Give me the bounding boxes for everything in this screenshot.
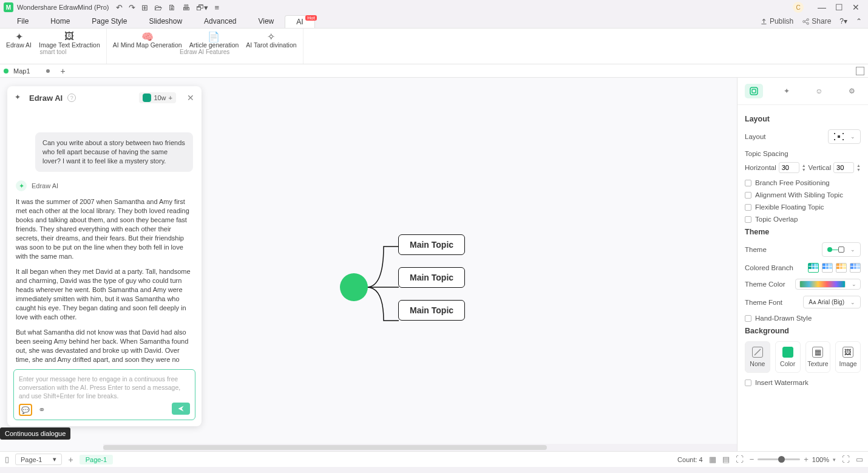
more-button[interactable]: ≡ <box>214 3 219 12</box>
user-avatar[interactable]: C <box>793 2 804 13</box>
article-gen-button[interactable]: 📄Article generation <box>186 29 243 49</box>
chk-topic-overlap[interactable]: Topic Overlap <box>745 216 861 223</box>
spinner-arrows[interactable]: ▲▼ <box>802 163 806 172</box>
tab-settings[interactable]: ⚙ <box>843 84 861 98</box>
list-view-icon[interactable]: ▤ <box>722 455 730 464</box>
maximize-button[interactable]: ☐ <box>830 2 847 12</box>
main-topic-1[interactable]: Main Topic <box>398 234 465 255</box>
label-layout: Layout <box>745 133 766 140</box>
page-selector[interactable]: Page-1▾ <box>15 454 62 465</box>
bg-texture[interactable]: ▦Texture <box>805 341 831 373</box>
image-text-extraction-button[interactable]: 🖼Image Text Extraction <box>35 29 104 49</box>
vertical-input[interactable] <box>833 162 854 173</box>
outline-button[interactable]: ▯ <box>5 455 9 464</box>
menu-home[interactable]: Home <box>39 15 81 27</box>
theme-font-select[interactable]: Aᴀ Arial (Big)⌄ <box>803 296 861 308</box>
chk-flex-float[interactable]: Flexible Floating Topic <box>745 203 861 211</box>
central-topic-node[interactable] <box>340 273 368 301</box>
zoom-slider[interactable] <box>758 458 800 460</box>
hscroll-thumb[interactable] <box>103 445 547 450</box>
redo-button[interactable]: ↷ <box>129 3 135 12</box>
bg-none[interactable]: None <box>745 341 770 373</box>
ai-users-icon[interactable]: ⚭ <box>38 405 46 415</box>
menu-slideshow[interactable]: Slideshow <box>138 15 193 27</box>
bg-color[interactable]: Color <box>775 341 801 373</box>
ai-input-box[interactable]: Enter your message here to engage in a c… <box>13 369 195 420</box>
horizontal-input[interactable] <box>779 162 799 173</box>
canvas-hscrollbar[interactable] <box>103 444 737 451</box>
zoom-knob[interactable] <box>778 456 785 463</box>
minimize-button[interactable]: — <box>813 2 830 12</box>
branch-swatch-1[interactable] <box>808 263 819 273</box>
continuous-dialogue-button[interactable]: 💬 <box>19 404 32 416</box>
zoom-in-button[interactable]: + <box>804 455 809 464</box>
horizontal-spinner[interactable]: ▲▼ <box>779 162 806 173</box>
ai-chat-scroll[interactable]: Can you write about a story between two … <box>7 109 202 363</box>
tab-layout[interactable] <box>745 84 763 98</box>
share-button[interactable]: Share <box>802 17 831 26</box>
help-button[interactable]: ?▾ <box>839 17 847 26</box>
toggle-side-panel-button[interactable] <box>856 67 864 75</box>
active-page-tab[interactable]: Page-1 <box>80 455 113 464</box>
export-button[interactable]: 🗗▾ <box>196 3 208 12</box>
send-button[interactable] <box>172 403 190 415</box>
open-button[interactable]: 🗁 <box>154 3 162 12</box>
print-button[interactable]: 🖶 <box>182 3 190 12</box>
chevron-down-icon: ▾ <box>53 455 56 463</box>
branch-swatch-2[interactable] <box>822 263 833 273</box>
undo-button[interactable]: ↶ <box>116 3 123 12</box>
ai-help-button[interactable]: ? <box>67 94 76 102</box>
main-topic-3[interactable]: Main Topic <box>398 300 465 321</box>
add-page-button[interactable]: + <box>68 455 73 464</box>
theme-color-select[interactable]: ⌄ <box>795 279 861 290</box>
menu-file[interactable]: File <box>6 15 39 27</box>
vertical-spinner[interactable]: ▲▼ <box>833 162 861 173</box>
layout-select[interactable]: ⌄ <box>828 129 861 144</box>
branch-swatch-3[interactable] <box>836 263 847 273</box>
chevron-down-icon[interactable]: ▾ <box>833 457 836 463</box>
close-ai-panel-button[interactable]: ✕ <box>187 93 194 103</box>
theme-select[interactable]: ⌄ <box>822 242 861 257</box>
theme-thumb-icon <box>827 245 844 254</box>
grid-view-icon[interactable]: ▦ <box>709 455 716 464</box>
edraw-ai-button[interactable]: ✦Edraw AI <box>2 29 35 49</box>
zoom-out-button[interactable]: − <box>750 455 754 464</box>
save-button[interactable]: 🗎 <box>168 3 176 12</box>
ribbon-ai: ✦Edraw AI 🖼Image Text Extraction smart t… <box>0 28 868 64</box>
new-tab-button[interactable]: + <box>61 66 66 76</box>
chk-branch-free[interactable]: Branch Free Positioning <box>745 179 861 186</box>
chk-align-sibling[interactable]: Alignment With Sibling Topic <box>745 191 861 199</box>
add-credits-button[interactable]: + <box>169 94 172 101</box>
branch-swatch-4[interactable] <box>850 263 861 273</box>
svg-point-1 <box>807 18 809 20</box>
title-bar: M Wondershare EdrawMind (Pro) ↶ ↷ ⊞ 🗁 🗎 … <box>0 0 868 15</box>
fullscreen-button[interactable]: ⛶ <box>842 455 850 464</box>
new-button[interactable]: ⊞ <box>141 3 148 12</box>
menu-ai[interactable]: AI Hot <box>285 15 314 28</box>
menu-advanced[interactable]: Advanced <box>193 15 247 27</box>
publish-button[interactable]: Publish <box>760 17 793 26</box>
ai-tarot-button[interactable]: ✧AI Tarot divination <box>242 29 300 49</box>
doc-tab-map1[interactable]: Map1 <box>13 67 30 75</box>
svg-point-2 <box>807 22 809 24</box>
image-icon: 🖼 <box>843 347 853 358</box>
user-message: Can you write about a story between two … <box>35 132 193 172</box>
app-title: Wondershare EdrawMind (Pro) <box>17 4 109 11</box>
collapse-ribbon-button[interactable]: ⌃ <box>856 17 862 26</box>
presentation-button[interactable]: ▭ <box>856 455 863 464</box>
chk-hand-drawn[interactable]: Hand-Drawn Style <box>745 315 861 322</box>
chk-watermark[interactable]: Insert Watermark <box>745 379 861 386</box>
tab-emoji[interactable]: ☺ <box>810 84 828 98</box>
menu-view[interactable]: View <box>247 15 285 27</box>
ai-credits[interactable]: 10w + <box>139 92 176 103</box>
document-tabs: Map1 + <box>0 64 868 78</box>
menu-page-style[interactable]: Page Style <box>81 15 138 27</box>
ai-mindmap-gen-button[interactable]: 🧠AI Mind Map Generation <box>109 29 186 49</box>
canvas[interactable]: ✦ Edraw AI ? 10w + ✕ Can you write about… <box>0 78 737 451</box>
main-topic-2[interactable]: Main Topic <box>398 267 465 288</box>
bg-image[interactable]: 🖼Image <box>835 341 861 373</box>
fit-view-icon[interactable]: ⛶ <box>736 455 744 464</box>
spinner-arrows[interactable]: ▲▼ <box>856 163 861 172</box>
tab-style[interactable]: ✦ <box>778 84 796 98</box>
close-window-button[interactable]: ✕ <box>847 2 864 12</box>
